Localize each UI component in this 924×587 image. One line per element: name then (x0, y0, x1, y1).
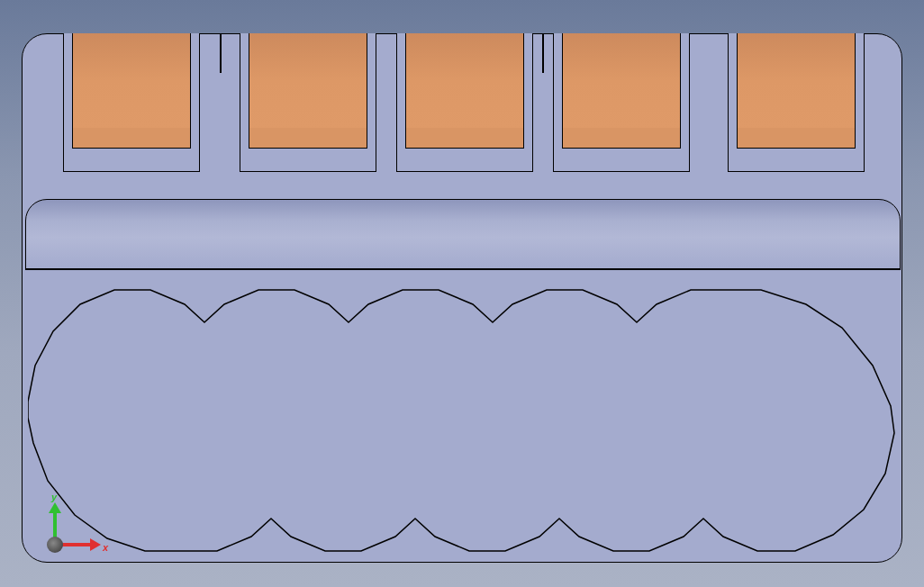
orange-lower-2 (249, 128, 367, 149)
orientation-triad[interactable]: y x (47, 497, 112, 553)
cad-part-body[interactable] (22, 33, 902, 563)
axis-x-label: x (103, 542, 108, 553)
axis-y-label: y (51, 492, 57, 502)
triad-origin[interactable] (47, 537, 63, 553)
orange-upper-4 (562, 33, 681, 129)
cylinder-bore-outline (28, 284, 898, 555)
mid-rounded-band (25, 199, 901, 269)
orange-upper-2 (249, 33, 367, 129)
top-slots-section (23, 34, 901, 196)
orange-upper-5 (737, 33, 856, 129)
mid-separator-line (25, 268, 901, 270)
orange-lower-4 (562, 128, 681, 149)
orange-upper-1 (72, 33, 191, 129)
orange-lower-5 (737, 128, 856, 149)
divider-3-4 (542, 33, 544, 73)
orange-upper-3 (405, 33, 524, 129)
axis-x-arrow (90, 538, 101, 551)
orange-lower-3 (405, 128, 524, 149)
axis-y-arrow (49, 502, 61, 513)
divider-1-2 (220, 33, 222, 73)
orange-lower-1 (72, 128, 191, 149)
